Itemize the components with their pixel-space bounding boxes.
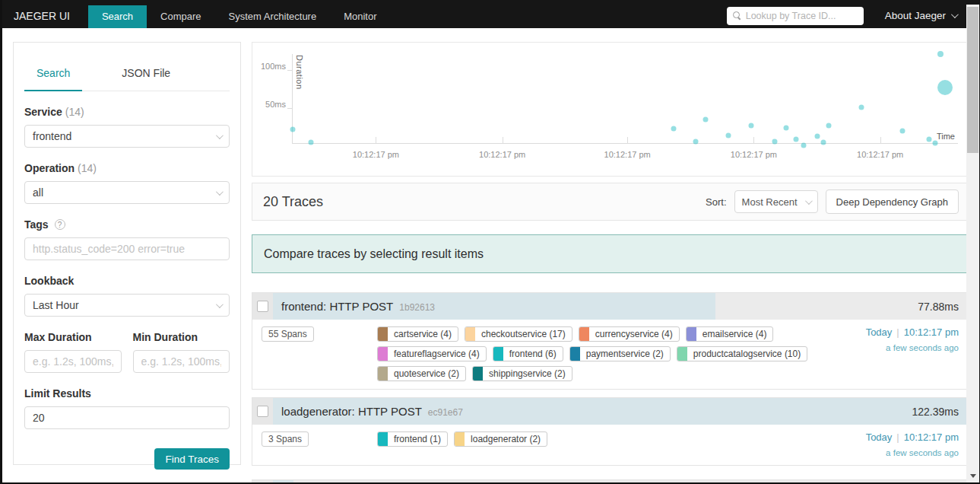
trace-scatter-dot[interactable] (308, 140, 313, 145)
trace-scatter-dot[interactable] (899, 129, 905, 134)
trace-scatter-dot[interactable] (826, 123, 832, 129)
nav-tab-search[interactable]: Search (88, 5, 147, 28)
trace-card-header[interactable]: frontend: HTTP POST 066341b 3.55ms (252, 480, 968, 484)
deep-dependency-graph-button[interactable]: Deep Dependency Graph (826, 189, 959, 214)
service-select-value: frontend (33, 130, 71, 142)
trace-relative-time: a few seconds ago (845, 343, 959, 352)
service-tags: frontend (1)loadgenerator (2) (377, 431, 845, 447)
span-count-badge: 3 Spans (262, 431, 309, 447)
service-tag: quoteservice (2) (377, 366, 466, 381)
trace-checkbox[interactable] (257, 406, 268, 417)
trace-result-list: frontend: HTTP POST 1b92613 77.88ms 55 S… (252, 292, 969, 484)
nav-tab-system-architecture[interactable]: System Architecture (215, 5, 331, 28)
trace-scatter-dot[interactable] (859, 105, 864, 110)
x-tick-label: 10:12:17 pm (479, 150, 525, 159)
scrollbar[interactable] (966, 5, 979, 482)
service-tag-label: shippingservice (2) (483, 367, 572, 381)
operation-label: Operation (24, 162, 75, 174)
operation-select-value: all (33, 186, 43, 199)
y-tick-label: 50ms (265, 100, 286, 109)
jaeger-app-window: JAEGER UI SearchCompareSystem Architectu… (0, 0, 980, 484)
trace-scatter-dot[interactable] (702, 117, 708, 123)
help-icon[interactable]: ? (55, 219, 65, 230)
service-tag: loadgenerator (2) (454, 431, 547, 447)
y-tick-label: 100ms (261, 62, 286, 71)
trace-scatter-dot[interactable] (821, 140, 826, 145)
trace-scatter-dot[interactable] (693, 139, 699, 145)
limit-results-field: Limit Results (24, 387, 230, 429)
trace-time: 10:12:17 pm (904, 431, 959, 443)
min-duration-input[interactable] (133, 350, 230, 373)
trace-card-header[interactable]: loadgenerator: HTTP POST ec91e67 122.39m… (252, 398, 968, 425)
trace-card-body: 55 Spans cartservice (4)checkoutservice … (252, 320, 968, 389)
limit-results-input[interactable] (24, 406, 230, 429)
service-tag-label: loadgenerator (2) (465, 432, 547, 446)
trace-lookup-input[interactable] (746, 11, 858, 21)
service-tag-label: frontend (6) (503, 347, 563, 361)
service-tag-swatch (570, 347, 580, 361)
service-tag-swatch (378, 327, 388, 341)
service-tag-swatch (378, 367, 388, 381)
nav-brand: JAEGER UI (2, 10, 88, 22)
service-tag-label: frontend (1) (388, 432, 447, 446)
service-tag: shippingservice (2) (472, 366, 572, 381)
scatter-chart: 50ms100ms10:12:17 pm10:12:17 pm10:12:17 … (292, 54, 958, 144)
about-jaeger-menu[interactable]: About Jaeger (885, 10, 956, 21)
lookback-label: Lookback (24, 275, 74, 287)
service-label: Service (24, 106, 62, 118)
trace-scatter-dot[interactable] (933, 141, 938, 146)
sort-select[interactable]: Most Recent (734, 190, 818, 213)
service-tag-label: checkoutservice (17) (475, 327, 572, 341)
lookback-select[interactable]: Last Hour (24, 294, 230, 317)
trace-scatter-dot[interactable] (937, 51, 944, 57)
tags-input[interactable] (24, 237, 230, 260)
trace-scatter-dot[interactable] (290, 127, 296, 132)
about-jaeger-label: About Jaeger (885, 10, 946, 21)
trace-card: loadgenerator: HTTP POST ec91e67 122.39m… (252, 397, 969, 466)
service-tag-label: currencyservice (4) (589, 327, 679, 341)
tags-label: Tags (24, 218, 49, 231)
top-nav: JAEGER UI SearchCompareSystem Architectu… (2, 0, 979, 28)
trace-checkbox[interactable] (257, 301, 268, 312)
nav-tab-compare[interactable]: Compare (147, 5, 214, 28)
date-separator: | (892, 326, 903, 338)
trace-card: frontend: HTTP POST 066341b 3.55ms (252, 479, 969, 484)
traces-count: 20 Traces (263, 194, 323, 210)
trace-lookup-box[interactable] (727, 7, 864, 25)
service-select[interactable]: frontend (24, 125, 230, 148)
scrollbar-thumb[interactable] (967, 7, 978, 153)
trace-card-header[interactable]: frontend: HTTP POST 1b92613 77.88ms (252, 293, 968, 320)
service-tag: checkoutservice (17) (465, 326, 572, 342)
trace-scatter-dot[interactable] (784, 126, 789, 131)
x-tick-label: 10:12:17 pm (604, 150, 651, 159)
trace-scatter-dot[interactable] (926, 137, 931, 142)
search-icon (733, 11, 741, 20)
date-separator: | (892, 431, 903, 443)
trace-scatter-dot[interactable] (748, 123, 753, 129)
trace-card-body: 3 Spans frontend (1)loadgenerator (2) To… (252, 425, 968, 465)
service-tag: emailservice (4) (686, 326, 774, 342)
trace-duration: 77.88ms (918, 301, 959, 313)
trace-scatter-dot[interactable] (671, 126, 677, 132)
trace-duration: 122.39ms (912, 406, 959, 418)
trace-scatter-dot[interactable] (814, 134, 820, 139)
max-duration-input[interactable] (24, 350, 122, 373)
find-traces-button[interactable]: Find Traces (154, 448, 230, 470)
trace-scatter-dot[interactable] (937, 80, 953, 95)
trace-scatter-dot[interactable] (772, 139, 778, 145)
service-tag-swatch (473, 367, 483, 381)
scrollbar-down-arrow[interactable] (966, 470, 979, 482)
operation-select[interactable]: all (24, 181, 230, 204)
service-tag-label: paymentservice (2) (580, 347, 670, 361)
service-tag-swatch (493, 347, 503, 361)
nav-tab-monitor[interactable]: Monitor (330, 5, 390, 28)
trace-scatter-dot[interactable] (794, 137, 799, 142)
sidebar-tabs: SearchJSON File (24, 53, 230, 91)
sidebar-tab-json-file[interactable]: JSON File (109, 53, 182, 91)
service-tag-swatch (579, 327, 589, 341)
trace-scatter-dot[interactable] (801, 143, 807, 148)
search-sidebar: SearchJSON File Service (14) frontend Op… (13, 42, 241, 465)
trace-scatter-dot[interactable] (726, 133, 731, 139)
trace-time: 10:12:17 pm (904, 326, 959, 338)
sidebar-tab-search[interactable]: Search (24, 53, 82, 91)
